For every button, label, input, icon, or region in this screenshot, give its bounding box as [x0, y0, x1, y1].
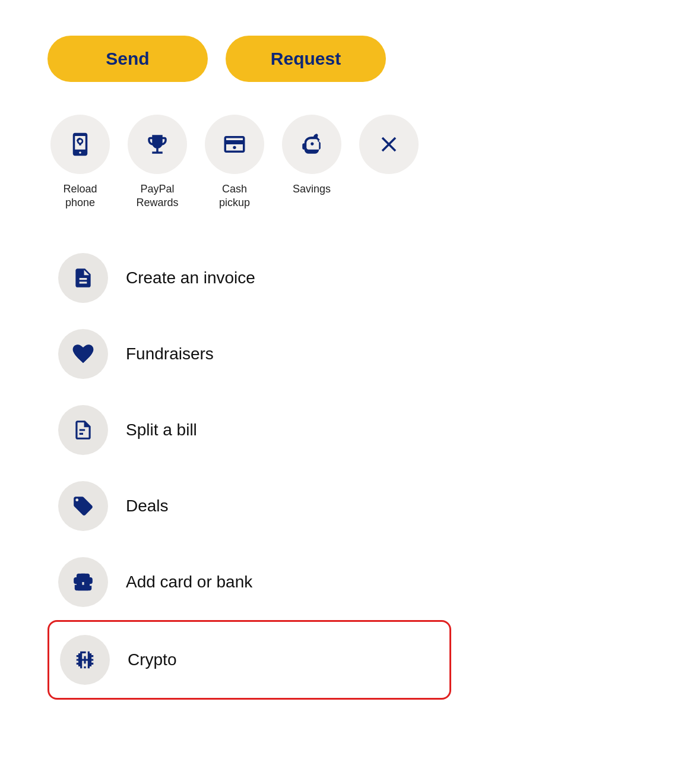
fundraisers-icon: [72, 343, 94, 365]
paypal-rewards-label: PayPalRewards: [136, 182, 178, 210]
quick-action-cash-pickup[interactable]: Cashpickup: [202, 115, 267, 210]
svg-point-0: [233, 146, 236, 149]
reload-phone-circle: [50, 115, 110, 174]
fundraisers-label: Fundraisers: [126, 344, 214, 363]
reload-phone-label: Reloadphone: [63, 182, 97, 210]
list-item-crypto[interactable]: Crypto: [47, 620, 451, 700]
split-bill-icon: [72, 419, 94, 441]
list-item-create-invoice[interactable]: Create an invoice: [47, 240, 451, 316]
crypto-icon: [74, 649, 96, 671]
main-container: Send Request Reloadphone: [36, 36, 451, 700]
savings-icon: [299, 132, 324, 157]
quick-action-reload-phone[interactable]: Reloadphone: [47, 115, 113, 210]
send-button[interactable]: Send: [47, 36, 208, 82]
deals-icon-circle: [58, 481, 108, 531]
deals-label: Deals: [126, 497, 169, 516]
split-bill-icon-circle: [58, 405, 108, 455]
top-buttons-row: Send Request: [47, 36, 451, 82]
cash-pickup-label: Cashpickup: [219, 182, 250, 210]
fundraisers-icon-circle: [58, 329, 108, 379]
crypto-icon-circle: [60, 635, 110, 685]
svg-rect-2: [81, 659, 89, 660]
close-circle: [359, 115, 419, 174]
trophy-icon: [145, 132, 170, 157]
quick-action-close[interactable]: [356, 115, 422, 174]
deals-icon: [72, 495, 94, 517]
crypto-label: Crypto: [128, 650, 176, 669]
split-bill-label: Split a bill: [126, 421, 197, 440]
close-icon: [376, 132, 401, 157]
add-card-bank-label: Add card or bank: [126, 573, 252, 592]
list-item-split-bill[interactable]: Split a bill: [47, 392, 451, 468]
paypal-rewards-circle: [128, 115, 187, 174]
list-item-deals[interactable]: Deals: [47, 468, 451, 544]
savings-circle: [282, 115, 341, 174]
savings-label: Savings: [293, 182, 331, 196]
create-invoice-label: Create an invoice: [126, 268, 255, 287]
add-card-icon: [72, 571, 94, 593]
list-item-add-card-bank[interactable]: Add card or bank: [47, 544, 451, 620]
quick-action-savings[interactable]: Savings: [279, 115, 344, 196]
quick-actions-row: Reloadphone PayPalRewards Cashpickup: [47, 115, 451, 210]
list-items-container: Create an invoice Fundraisers: [47, 240, 451, 700]
add-card-icon-circle: [58, 557, 108, 607]
cash-pickup-circle: [205, 115, 264, 174]
create-invoice-icon-circle: [58, 253, 108, 303]
cash-pickup-icon: [222, 132, 247, 157]
reload-phone-icon: [68, 132, 93, 157]
list-item-fundraisers[interactable]: Fundraisers: [47, 316, 451, 392]
request-button[interactable]: Request: [226, 36, 386, 82]
invoice-icon: [72, 267, 94, 289]
quick-action-paypal-rewards[interactable]: PayPalRewards: [125, 115, 190, 210]
